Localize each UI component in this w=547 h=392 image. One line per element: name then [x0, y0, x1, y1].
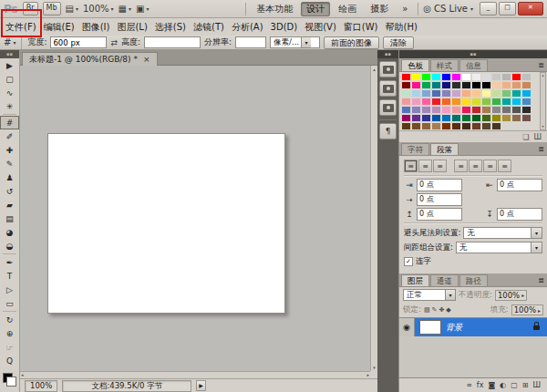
- justify-last-left-button[interactable]: ≡: [454, 160, 468, 172]
- swatch-33[interactable]: [461, 89, 471, 98]
- swatch-81[interactable]: [421, 122, 431, 130]
- swatch-38[interactable]: [511, 89, 521, 98]
- tab-character[interactable]: 字符: [401, 143, 429, 155]
- tab-styles[interactable]: 样式: [430, 59, 459, 71]
- mojikumi-select[interactable]: 无 ▾: [456, 242, 542, 253]
- swatch-44[interactable]: [441, 98, 451, 106]
- swatch-69[interactable]: [431, 114, 441, 122]
- link-layers-icon[interactable]: ∞: [466, 381, 472, 389]
- tool-quick-selection[interactable]: ✳: [0, 99, 19, 113]
- swatch-46[interactable]: [461, 98, 471, 106]
- tab-channels[interactable]: 通道: [430, 274, 459, 286]
- swatch-61[interactable]: [481, 106, 491, 114]
- swatch-29[interactable]: [421, 89, 431, 98]
- tool-hand[interactable]: ☞: [0, 340, 19, 354]
- swatch-59[interactable]: [461, 106, 471, 114]
- swatch-11[interactable]: [501, 73, 511, 81]
- swatch-16[interactable]: [421, 81, 431, 89]
- panel-menu-icon[interactable]: ≣: [538, 61, 544, 69]
- swatch-87[interactable]: [481, 122, 491, 130]
- swatch-72[interactable]: [461, 114, 471, 122]
- tool-blur[interactable]: ◕: [0, 225, 19, 239]
- tool-zoom[interactable]: Q: [0, 354, 19, 367]
- mini-bridge-button[interactable]: Mb: [43, 2, 61, 15]
- menu-item-6[interactable]: 滤镜(T): [190, 19, 228, 36]
- fill-field[interactable]: 100% ▸: [511, 304, 543, 315]
- tab-paths[interactable]: 路径: [459, 274, 488, 286]
- swatch-4[interactable]: [431, 73, 441, 81]
- tab-swatches[interactable]: 色板: [401, 59, 429, 71]
- collapsed-panel-3[interactable]: [379, 99, 397, 116]
- tool-preset-button[interactable]: # ▾: [4, 37, 15, 47]
- new-swatch-icon[interactable]: ❏: [522, 133, 529, 141]
- swatch-70[interactable]: [441, 114, 451, 122]
- swatch-74[interactable]: [481, 114, 491, 122]
- menu-item-3[interactable]: 图像(I): [78, 19, 114, 36]
- clear-button[interactable]: 清除: [383, 36, 414, 49]
- tool-rectangular-marquee[interactable]: ▢: [0, 72, 19, 86]
- lock-image-icon[interactable]: ✎: [432, 306, 438, 314]
- swatch-5[interactable]: [441, 73, 451, 81]
- document-tab[interactable]: 未标题-1 @ 100%(RGB/8) * ×: [22, 52, 158, 66]
- swatch-35[interactable]: [481, 89, 491, 98]
- swatch-64[interactable]: [511, 106, 521, 114]
- swatch-26[interactable]: [521, 81, 532, 89]
- swatch-10[interactable]: [491, 73, 501, 81]
- tool-gradient[interactable]: ▤: [0, 211, 19, 225]
- swatch-13[interactable]: [521, 73, 532, 81]
- front-image-button[interactable]: 前面的图像: [324, 36, 379, 49]
- dock-grip[interactable]: ▪▪: [377, 50, 398, 58]
- tool-lasso[interactable]: ∿: [0, 86, 19, 99]
- swatch-53[interactable]: [401, 106, 411, 114]
- collapsed-panel-character[interactable]: ¶: [379, 123, 397, 139]
- swatch-84[interactable]: [451, 122, 461, 130]
- swatch-56[interactable]: [431, 106, 441, 114]
- menu-item-5[interactable]: 选择(S): [151, 19, 190, 36]
- align-right-button[interactable]: ≡: [433, 160, 447, 172]
- layer-style-icon[interactable]: fx: [477, 381, 484, 389]
- swatch-3[interactable]: [421, 73, 431, 81]
- swatch-63[interactable]: [501, 106, 511, 114]
- zoom-field[interactable]: 100%: [25, 380, 57, 392]
- layer-row-background[interactable]: ◉ 背景: [399, 318, 547, 336]
- swatch-57[interactable]: [441, 106, 451, 114]
- tool-move[interactable]: ▶: [0, 58, 19, 72]
- window-minimize-button[interactable]: _: [480, 2, 497, 15]
- swatch-88[interactable]: [491, 122, 501, 130]
- swatch-75[interactable]: [491, 114, 501, 122]
- tool-rectangle-shape[interactable]: ▭: [0, 296, 19, 310]
- menu-item-8[interactable]: 3D(D): [267, 20, 302, 34]
- swatch-2[interactable]: [411, 73, 421, 81]
- swatch-45[interactable]: [451, 98, 461, 106]
- background-color-swatch[interactable]: [6, 377, 16, 387]
- layer-thumbnail[interactable]: [419, 320, 441, 335]
- swatch-32[interactable]: [451, 89, 461, 98]
- swatch-86[interactable]: [471, 122, 481, 130]
- swatch-31[interactable]: [441, 89, 451, 98]
- tool-eraser[interactable]: ▰: [0, 198, 19, 211]
- swatch-28[interactable]: [411, 89, 421, 98]
- swatch-34[interactable]: [471, 89, 481, 98]
- swatch-7[interactable]: [461, 73, 471, 81]
- swatch-18[interactable]: [441, 81, 451, 89]
- swatch-65[interactable]: [521, 106, 532, 114]
- swap-dimensions-icon[interactable]: ⇄: [110, 38, 118, 47]
- workspace-button-5[interactable]: »: [397, 3, 413, 15]
- canvas-vertical-scrollbar[interactable]: ▴ ▾: [370, 66, 377, 371]
- arrange-documents-button[interactable]: ▦ ▾: [119, 4, 131, 14]
- panel-menu-icon[interactable]: ≣: [538, 276, 544, 284]
- swatch-9[interactable]: [481, 73, 491, 81]
- tool-clone-stamp[interactable]: ♟: [0, 170, 19, 184]
- swatch-54[interactable]: [411, 106, 421, 114]
- swatch-1[interactable]: [401, 73, 411, 81]
- swatch-12[interactable]: [511, 73, 521, 81]
- width-input[interactable]: [50, 36, 107, 48]
- indent-right-input[interactable]: 0 点: [497, 179, 542, 191]
- tool-3d-object-rotate[interactable]: ↻: [0, 313, 19, 326]
- toolbox-grip[interactable]: ▪▪: [0, 50, 19, 58]
- swatch-67[interactable]: [411, 114, 421, 122]
- swatch-66[interactable]: [401, 114, 411, 122]
- swatch-39[interactable]: [521, 89, 532, 98]
- tab-paragraph[interactable]: 段落: [430, 143, 459, 155]
- height-input[interactable]: [144, 36, 201, 48]
